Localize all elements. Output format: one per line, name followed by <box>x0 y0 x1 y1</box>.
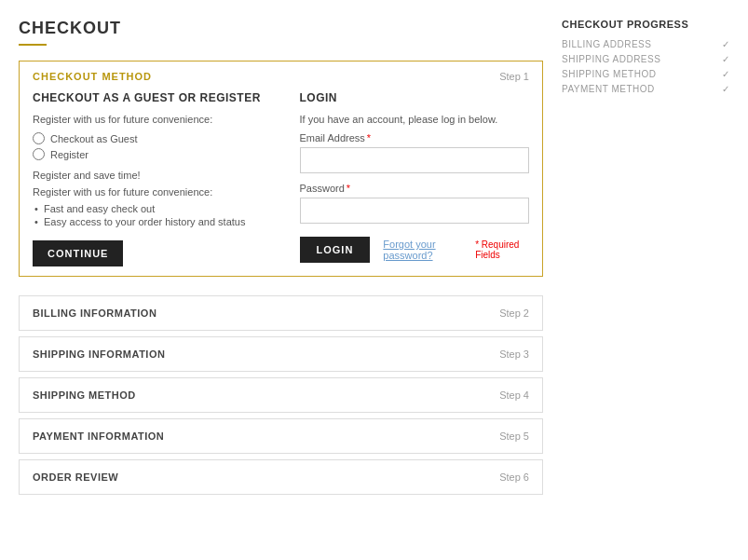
sidebar-item-2: SHIPPING METHOD ✓ <box>562 69 729 79</box>
title-underline <box>19 44 47 46</box>
benefit-item-1: Fast and easy check out <box>33 203 263 214</box>
radio-group: Checkout as Guest Register <box>33 132 263 160</box>
checkout-method-title: CHECKOUT METHOD <box>33 71 152 82</box>
password-label: Password* <box>300 183 530 194</box>
step-row-label-5: Step 5 <box>499 430 529 442</box>
register-intro-text: Register with us for future convenience: <box>33 114 263 125</box>
step-sections: BILLING INFORMATION Step 2 SHIPPING INFO… <box>19 295 543 495</box>
step-row-title-2: BILLING INFORMATION <box>33 307 156 319</box>
step-row-label-3: Step 3 <box>499 348 529 360</box>
password-input[interactable] <box>300 198 530 224</box>
step-row-label-2: Step 2 <box>499 307 529 319</box>
sidebar-item-label-3: PAYMENT METHOD <box>562 84 655 94</box>
login-section-title: LOGIN <box>300 91 530 104</box>
login-button[interactable]: LOGIN <box>300 237 371 263</box>
login-section: LOGIN If you have an account, please log… <box>300 91 530 266</box>
save-title: Register and save time! <box>33 170 263 181</box>
radio-guest[interactable]: Checkout as Guest <box>33 132 263 144</box>
sidebar-item-label-1: SHIPPING ADDRESS <box>562 54 660 64</box>
required-fields-note: * Required Fields <box>475 239 529 260</box>
sidebar-item-label-2: SHIPPING METHOD <box>562 69 656 79</box>
step-row-6: ORDER REVIEW Step 6 <box>19 459 543 495</box>
email-input[interactable] <box>300 147 530 173</box>
checkout-method-box: CHECKOUT METHOD Step 1 CHECKOUT AS A GUE… <box>19 61 543 277</box>
sidebar: CHECKOUT PROGRESS BILLING ADDRESS ✓ SHIP… <box>562 19 729 500</box>
forgot-password-link[interactable]: Forgot your password? <box>383 239 462 261</box>
step-row-label-4: Step 4 <box>499 389 529 401</box>
guest-section: CHECKOUT AS A GUEST OR REGISTER Register… <box>33 91 263 266</box>
sidebar-check-icon-0: ✓ <box>722 39 729 49</box>
page-title: CHECKOUT <box>19 19 543 38</box>
step-row-title-3: SHIPPING INFORMATION <box>33 348 165 360</box>
sidebar-item-1: SHIPPING ADDRESS ✓ <box>562 54 729 64</box>
step-row-5: PAYMENT INFORMATION Step 5 <box>19 418 543 454</box>
benefit-item-2: Easy access to your order history and st… <box>33 216 263 227</box>
continue-button[interactable]: CONTINUE <box>33 240 123 266</box>
sidebar-check-icon-3: ✓ <box>722 84 729 94</box>
sidebar-item-3: PAYMENT METHOD ✓ <box>562 84 729 94</box>
guest-section-title: CHECKOUT AS A GUEST OR REGISTER <box>33 91 263 104</box>
radio-register[interactable]: Register <box>33 148 263 160</box>
login-actions: LOGIN Forgot your password? * Required F… <box>300 237 530 263</box>
radio-guest-input[interactable] <box>33 132 45 144</box>
email-label: Email Address* <box>300 132 530 143</box>
sidebar-item-0: BILLING ADDRESS ✓ <box>562 39 729 49</box>
step-row-title-4: SHIPPING METHOD <box>33 389 136 401</box>
step-row-4: SHIPPING METHOD Step 4 <box>19 377 543 413</box>
step-row-label-6: Step 6 <box>499 471 529 483</box>
benefits-list: Fast and easy check out Easy access to y… <box>33 203 263 227</box>
step-row-title-5: PAYMENT INFORMATION <box>33 430 164 442</box>
sidebar-item-label-0: BILLING ADDRESS <box>562 39 651 49</box>
login-intro: If you have an account, please log in be… <box>300 114 530 125</box>
radio-guest-label: Checkout as Guest <box>50 133 138 144</box>
save-text: Register with us for future convenience: <box>33 186 263 198</box>
step-row-2: BILLING INFORMATION Step 2 <box>19 295 543 331</box>
step-row-title-6: ORDER REVIEW <box>33 471 118 483</box>
sidebar-title: CHECKOUT PROGRESS <box>562 19 729 30</box>
step-row-3: SHIPPING INFORMATION Step 3 <box>19 336 543 372</box>
sidebar-check-icon-1: ✓ <box>722 54 729 64</box>
checkout-method-step: Step 1 <box>499 71 529 82</box>
radio-register-label: Register <box>50 149 88 160</box>
radio-register-input[interactable] <box>33 148 45 160</box>
sidebar-check-icon-2: ✓ <box>722 69 729 79</box>
